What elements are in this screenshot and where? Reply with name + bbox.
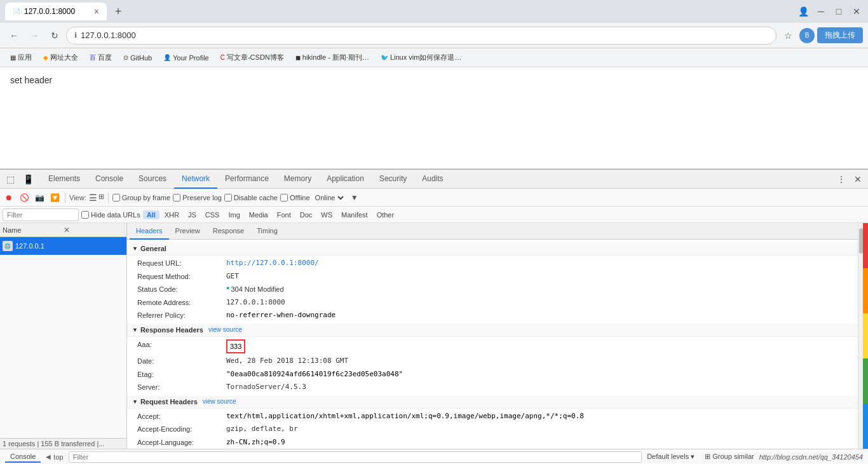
devtools-close-icon[interactable]: ✕ xyxy=(850,172,865,187)
bookmark-apps[interactable]: ▦ 应用 xyxy=(5,51,37,64)
tab-memory[interactable]: Memory xyxy=(276,170,319,189)
tab-sources[interactable]: Sources xyxy=(131,170,174,189)
device-toolbar-icon[interactable]: 📱 xyxy=(20,172,36,187)
bookmark-linux[interactable]: 🐦 Linux vim如何保存退… xyxy=(376,51,466,64)
detail-panel: Headers Preview Response Timing ▼ Genera… xyxy=(127,223,858,449)
offline-checkbox[interactable]: Offline xyxy=(280,194,310,201)
tab-timing[interactable]: Timing xyxy=(250,223,284,240)
general-section-content: Request URL: http://127.0.0.1:8000/ Requ… xyxy=(127,256,858,324)
scroll-thumb[interactable] xyxy=(859,228,863,254)
filter-font[interactable]: Font xyxy=(273,210,295,219)
forward-button[interactable]: → xyxy=(25,27,43,44)
nav-left-icon[interactable]: ◀ xyxy=(46,453,51,461)
record-button[interactable]: ⏺ xyxy=(3,191,15,204)
minimize-button[interactable]: ─ xyxy=(815,5,827,18)
url-display: 127.0.0.1:8000 xyxy=(81,31,136,40)
settings-icon[interactable]: ▼ xyxy=(348,191,361,204)
filter-manifest[interactable]: Manifest xyxy=(337,210,372,219)
user-icon[interactable]: 👤 xyxy=(797,5,810,18)
highlighted-header-value: 333 xyxy=(226,339,245,354)
devtools-icons: ⬚ 📱 xyxy=(3,172,36,187)
tab-preview[interactable]: Preview xyxy=(169,223,207,240)
bottom-status-text: http://blog.csdn.net/qq_34120454 xyxy=(759,453,863,461)
general-section-header[interactable]: ▼ General xyxy=(127,242,858,256)
filter-xhr[interactable]: XHR xyxy=(161,210,183,219)
devtools-more-icon[interactable]: ⋮ xyxy=(834,172,849,187)
clear-button[interactable]: 🚫 xyxy=(18,191,31,204)
filter-css[interactable]: CSS xyxy=(201,210,224,219)
header-value: 127.0.0.1:8000 xyxy=(226,297,285,308)
header-value: zh-CN,zh;q=0.9 xyxy=(226,437,285,448)
tab-headers[interactable]: Headers xyxy=(130,223,169,240)
list-view-icon[interactable]: ☰ xyxy=(89,193,97,203)
req-view-source-link[interactable]: view source xyxy=(203,398,236,405)
header-row: Referrer Policy: no-referrer-when-downgr… xyxy=(137,309,848,322)
extension-icon[interactable]: B xyxy=(799,28,815,43)
capture-screenshot-button[interactable]: 📷 xyxy=(33,191,46,204)
bookmark-hikindle[interactable]: ◼ hikindle - 新闻·期刊… xyxy=(290,51,374,64)
filter-icon[interactable]: 🔽 xyxy=(48,191,61,204)
console-tab[interactable]: Console xyxy=(5,451,41,463)
nav-top-label: top xyxy=(53,453,63,461)
tab-application[interactable]: Application xyxy=(319,170,372,189)
tab-close-button[interactable]: × xyxy=(94,6,99,17)
tab-security[interactable]: Security xyxy=(372,170,414,189)
inspect-element-icon[interactable]: ⬚ xyxy=(3,172,18,187)
response-headers-section-header[interactable]: ▼ Response Headers view source xyxy=(127,324,858,337)
separator xyxy=(65,193,65,203)
header-row: Accept-Language: zh-CN,zh;q=0.9 xyxy=(137,436,848,449)
group-by-frame-checkbox[interactable]: Group by frame xyxy=(112,194,170,201)
bookmark-button[interactable]: ☆ xyxy=(779,27,797,44)
throttle-select[interactable]: Online xyxy=(313,193,346,202)
tab-network[interactable]: Network xyxy=(174,170,217,189)
tab-response[interactable]: Response xyxy=(207,223,251,240)
tab-console[interactable]: Console xyxy=(88,170,131,189)
devtools-panel: ⬚ 📱 Elements Console Sources Network Per… xyxy=(0,169,868,449)
header-name: Accept-Language: xyxy=(137,437,226,448)
grid-view-icon[interactable]: ⊞ xyxy=(98,193,104,203)
header-name: Remote Address: xyxy=(137,297,226,308)
filter-input[interactable] xyxy=(3,208,79,221)
new-tab-button[interactable]: + xyxy=(109,3,127,20)
maximize-button[interactable]: □ xyxy=(832,5,845,18)
bookmark-baidu[interactable]: 百 百度 xyxy=(85,51,117,64)
tab-performance[interactable]: Performance xyxy=(217,170,276,189)
filter-js[interactable]: JS xyxy=(184,210,200,219)
filter-other[interactable]: Other xyxy=(373,210,398,219)
hide-data-urls-checkbox[interactable]: Hide data URLs xyxy=(81,211,140,219)
bookmark-label: Your Profile xyxy=(173,54,208,62)
close-window-button[interactable]: ✕ xyxy=(850,5,863,18)
disable-cache-checkbox[interactable]: Disable cache xyxy=(224,194,278,201)
bookmark-csdn[interactable]: C 写文章-CSDN博客 xyxy=(215,51,289,64)
filter-img[interactable]: Img xyxy=(224,210,243,219)
refresh-button[interactable]: ↻ xyxy=(46,27,64,44)
filter-doc[interactable]: Doc xyxy=(296,210,316,219)
bookmark-wangzhi[interactable]: ◆ 网址大全 xyxy=(38,51,83,64)
tab-elements[interactable]: Elements xyxy=(41,170,88,189)
bookmark-profile[interactable]: 👤 Your Profile xyxy=(158,53,214,63)
request-item[interactable]: 🌐 127.0.0.1 xyxy=(0,237,126,255)
upload-button[interactable]: 拖拽上传 xyxy=(817,27,863,43)
bookmark-github[interactable]: ⊙ GitHub xyxy=(118,53,157,63)
request-list-empty xyxy=(0,255,126,438)
bookmark-label: GitHub xyxy=(130,54,152,62)
back-button[interactable]: ← xyxy=(5,27,23,44)
scrollbar[interactable] xyxy=(858,223,863,449)
request-headers-section-header[interactable]: ▼ Request Headers view source xyxy=(127,395,858,409)
request-favicon: 🌐 xyxy=(3,241,13,251)
devtools-tabbar: ⬚ 📱 Elements Console Sources Network Per… xyxy=(0,170,868,189)
browser-tab[interactable]: 📄 127.0.0.1:8000 × xyxy=(5,3,107,20)
view-source-link[interactable]: view source xyxy=(208,326,242,333)
header-name: Server: xyxy=(137,382,226,393)
github-icon: ⊙ xyxy=(123,54,128,61)
filter-all[interactable]: All xyxy=(143,210,159,219)
preserve-log-checkbox[interactable]: Preserve log xyxy=(173,194,222,201)
filter-ws[interactable]: WS xyxy=(317,210,336,219)
console-input[interactable] xyxy=(69,451,642,463)
tab-audits[interactable]: Audits xyxy=(414,170,451,189)
tab-title: 127.0.0.1:8000 xyxy=(24,7,75,16)
filter-media[interactable]: Media xyxy=(245,210,272,219)
wangzhi-icon: ◆ xyxy=(43,54,48,61)
close-column-icon[interactable]: ✕ xyxy=(64,226,125,235)
address-input[interactable]: ℹ 127.0.0.1:8000 xyxy=(66,27,776,44)
